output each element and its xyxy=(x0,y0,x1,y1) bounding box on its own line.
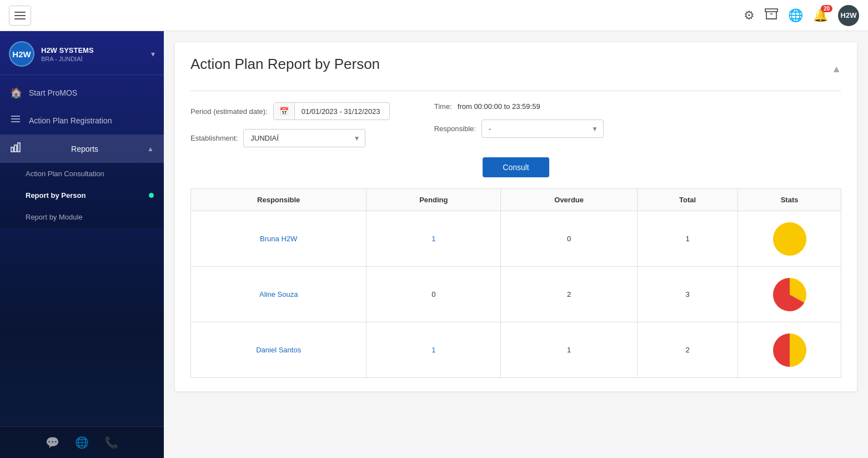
establishment-select-wrap: JUNDIAÍ ▼ xyxy=(243,129,365,147)
content-card: Action Plan Report by Person ▲ Period (e… xyxy=(175,42,857,391)
period-value: 01/01/2023 - 31/12/2023 xyxy=(295,103,389,120)
period-label: Period (estimated date): xyxy=(190,107,268,116)
establishment-select[interactable]: JUNDIAÍ xyxy=(243,129,365,147)
consult-button[interactable]: Consult xyxy=(483,157,549,177)
sidebar-item-start-promos[interactable]: 🏠 Start ProMOS xyxy=(0,79,164,106)
reports-submenu: Action Plan Consultation Report by Perso… xyxy=(0,163,164,228)
svg-rect-5 xyxy=(11,147,13,152)
brand-info: H2W SYSTEMS BRA - JUNDIAÍ xyxy=(41,46,94,62)
responsible-select[interactable]: - xyxy=(481,120,604,138)
table-row: Aline Souza023 xyxy=(191,267,841,322)
sidebar-item-action-plan-consultation[interactable]: Action Plan Consultation xyxy=(0,163,164,185)
sidebar-item-report-by-person[interactable]: Report by Person xyxy=(0,185,164,206)
sidebar-item-reports[interactable]: Reports ▲ xyxy=(0,135,164,163)
topbar: ⚙ 🌐 🔔 20 H2W xyxy=(0,0,868,31)
box-icon[interactable] xyxy=(765,7,778,24)
overdue-cell: 0 xyxy=(501,211,638,267)
date-input[interactable]: 📅 01/01/2023 - 31/12/2023 xyxy=(273,102,390,120)
col-overdue: Overdue xyxy=(501,189,638,211)
stats-cell xyxy=(738,211,841,267)
svg-rect-7 xyxy=(18,143,20,152)
sidebar-item-label: Start ProMOS xyxy=(29,88,77,97)
col-total: Total xyxy=(638,189,738,211)
phone-icon[interactable]: 📞 xyxy=(104,436,118,449)
sidebar-item-report-by-module[interactable]: Report by Module xyxy=(0,206,164,228)
list-icon xyxy=(10,113,22,127)
divider xyxy=(190,91,841,91)
responsible-group: Responsible: - ▼ xyxy=(434,120,604,138)
menu-button[interactable] xyxy=(9,6,31,26)
sidebar-nav: 🏠 Start ProMOS Action Plan Registration xyxy=(0,75,164,426)
table-row: Daniel Santos112 xyxy=(191,322,841,378)
main-content: Action Plan Report by Person ▲ Period (e… xyxy=(164,31,868,458)
consult-button-wrap: Consult xyxy=(190,157,841,177)
report-by-person-label: Report by Person xyxy=(26,191,86,200)
home-icon: 🏠 xyxy=(10,87,22,99)
notification-icon[interactable]: 🔔 20 xyxy=(813,8,828,23)
col-pending: Pending xyxy=(367,189,501,211)
report-by-module-label: Report by Module xyxy=(26,213,83,221)
chevron-down-icon[interactable]: ▾ xyxy=(151,49,155,58)
responsible-label: Responsible: xyxy=(434,125,476,133)
establishment-group: Establishment: JUNDIAÍ ▼ xyxy=(190,129,390,147)
table-header-row: Responsible Pending Overdue Total Stats xyxy=(191,189,841,211)
overdue-cell: 2 xyxy=(501,267,638,322)
period-group: Period (estimated date): 📅 01/01/2023 - … xyxy=(190,102,390,120)
responsible-cell[interactable]: Aline Souza xyxy=(191,267,367,322)
total-cell: 2 xyxy=(638,322,738,378)
stats-cell xyxy=(738,322,841,378)
sidebar-brand: H2W H2W SYSTEMS BRA - JUNDIAÍ ▾ xyxy=(0,31,164,75)
layout: H2W H2W SYSTEMS BRA - JUNDIAÍ ▾ 🏠 Start … xyxy=(0,31,868,458)
chart-icon xyxy=(10,142,22,156)
pie-chart xyxy=(773,278,806,311)
responsible-cell[interactable]: Bruna H2W xyxy=(191,211,367,267)
time-label: Time: xyxy=(434,102,452,111)
pending-cell: 1 xyxy=(367,322,501,378)
brand-name: H2W SYSTEMS xyxy=(41,46,94,54)
total-cell: 1 xyxy=(638,211,738,267)
total-cell: 3 xyxy=(638,267,738,322)
time-value: from 00:00:00 to 23:59:59 xyxy=(458,102,540,111)
action-plan-consultation-label: Action Plan Consultation xyxy=(26,170,104,178)
active-dot xyxy=(149,193,154,198)
page-title: Action Plan Report by Person xyxy=(190,56,380,73)
svg-rect-6 xyxy=(14,145,17,152)
overdue-cell: 1 xyxy=(501,322,638,378)
table-header: Responsible Pending Overdue Total Stats xyxy=(191,189,841,211)
pending-cell: 1 xyxy=(367,211,501,267)
svg-point-8 xyxy=(773,222,806,256)
reports-label: Reports xyxy=(71,145,98,153)
stats-cell xyxy=(738,267,841,322)
responsible-cell[interactable]: Daniel Santos xyxy=(191,322,367,378)
report-table: Responsible Pending Overdue Total Stats … xyxy=(190,188,841,378)
topbar-right: ⚙ 🌐 🔔 20 H2W xyxy=(744,5,859,26)
chat-icon[interactable]: 💬 xyxy=(46,436,59,449)
sidebar-item-action-plan-registration[interactable]: Action Plan Registration xyxy=(0,106,164,135)
brand-location: BRA - JUNDIAÍ xyxy=(41,56,94,62)
table-body: Bruna H2W101Aline Souza023Daniel Santos1… xyxy=(191,211,841,378)
sidebar-item-label: Action Plan Registration xyxy=(29,116,112,125)
pie-chart xyxy=(773,222,806,256)
help-globe-icon[interactable]: 🌐 xyxy=(75,436,89,449)
col-stats: Stats xyxy=(738,189,841,211)
collapse-icon[interactable]: ▲ xyxy=(831,63,841,75)
table-row: Bruna H2W101 xyxy=(191,211,841,267)
settings-icon[interactable]: ⚙ xyxy=(744,8,755,23)
notification-badge: 20 xyxy=(821,5,832,12)
establishment-label: Establishment: xyxy=(190,134,238,142)
sidebar: H2W H2W SYSTEMS BRA - JUNDIAÍ ▾ 🏠 Start … xyxy=(0,31,164,458)
pending-cell: 0 xyxy=(367,267,501,322)
user-avatar[interactable]: H2W xyxy=(838,5,859,26)
sidebar-footer: 💬 🌐 📞 xyxy=(0,426,164,458)
col-responsible: Responsible xyxy=(191,189,367,211)
expand-arrow-icon: ▲ xyxy=(147,145,154,153)
globe-icon[interactable]: 🌐 xyxy=(788,8,803,23)
time-group: Time: from 00:00:00 to 23:59:59 xyxy=(434,102,604,111)
pie-chart xyxy=(773,333,806,367)
responsible-select-wrap: - ▼ xyxy=(481,120,604,138)
svg-rect-0 xyxy=(765,9,777,12)
brand-avatar: H2W xyxy=(9,41,34,67)
filter-form: Period (estimated date): 📅 01/01/2023 - … xyxy=(190,102,841,147)
topbar-left xyxy=(9,6,31,26)
calendar-icon: 📅 xyxy=(274,103,295,120)
